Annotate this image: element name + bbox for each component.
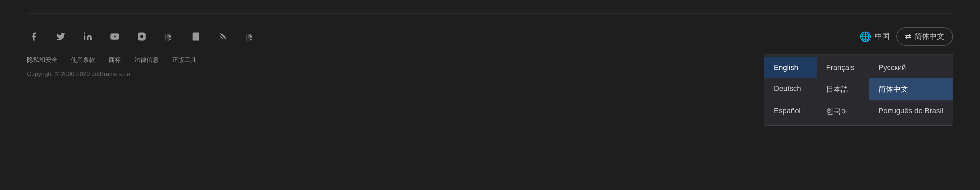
rss-icon[interactable] <box>216 30 229 43</box>
licenses-link[interactable]: 正版工具 <box>172 56 196 64</box>
language-dropdown: English Français Русский Deutsch 日本語 简体中… <box>764 54 953 126</box>
lang-francais[interactable]: Français <box>817 57 869 78</box>
lang-spanish[interactable]: Español <box>764 101 817 123</box>
legal-link[interactable]: 法律信息 <box>134 56 159 64</box>
feedly-icon[interactable] <box>189 30 202 43</box>
globe-icon: 🌐 <box>859 31 871 42</box>
privacy-link[interactable]: 隐私和安全 <box>27 56 57 64</box>
lang-portuguese-brazil[interactable]: Português do Brasil <box>869 101 953 123</box>
terms-link[interactable]: 使用条款 <box>71 56 95 64</box>
wechat-icon[interactable]: 微 <box>243 30 256 43</box>
language-button[interactable]: ⇄ 简体中文 <box>896 27 953 46</box>
facebook-icon[interactable] <box>27 30 40 43</box>
svg-text:微: 微 <box>246 33 253 41</box>
lang-japanese[interactable]: 日本語 <box>817 78 869 101</box>
instagram-icon[interactable] <box>135 30 148 43</box>
lang-deutsch[interactable]: Deutsch <box>764 78 817 101</box>
region-label: 中国 <box>875 32 889 42</box>
svg-point-0 <box>84 32 85 34</box>
lang-chinese-simplified[interactable]: 简体中文 <box>869 78 953 101</box>
lang-english[interactable]: English <box>764 57 817 78</box>
svg-text:微: 微 <box>165 33 172 41</box>
youtube-icon[interactable] <box>108 30 121 43</box>
social-region-row: 微 微 🌐 中国 ⇄ 简体中文 <box>27 27 953 46</box>
region-selector[interactable]: 🌐 中国 <box>859 31 889 42</box>
footer: 微 微 🌐 中国 ⇄ 简体中文 <box>0 0 980 190</box>
trademark-link[interactable]: 商标 <box>109 56 121 64</box>
translate-icon: ⇄ <box>905 32 911 41</box>
linkedin-icon[interactable] <box>81 30 94 43</box>
language-grid: English Français Русский Deutsch 日本語 简体中… <box>764 57 953 123</box>
lang-korean[interactable]: 한국어 <box>817 101 869 123</box>
twitter-icon[interactable] <box>54 30 67 43</box>
lang-russian[interactable]: Русский <box>869 57 953 78</box>
weibo-icon[interactable]: 微 <box>162 30 175 43</box>
language-button-label: 简体中文 <box>915 32 944 42</box>
svg-point-5 <box>220 39 220 40</box>
social-icons-group: 微 微 <box>27 30 256 43</box>
region-controls: 🌐 中国 ⇄ 简体中文 <box>859 27 953 46</box>
